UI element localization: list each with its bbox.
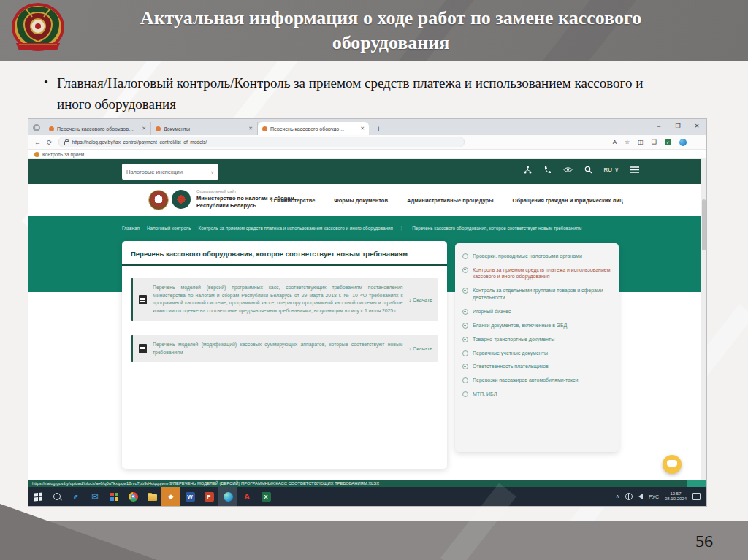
taskbar-word-icon[interactable]: W bbox=[180, 487, 199, 506]
tab-label: Перечень кассового оборудо… bbox=[270, 126, 357, 131]
sidebar-item-document-forms[interactable]: Бланки документов, включенные в ЭБД bbox=[462, 322, 611, 329]
action-center-icon[interactable] bbox=[692, 493, 701, 500]
circle-minus-icon bbox=[462, 391, 468, 397]
menu-hamburger-icon[interactable] bbox=[630, 166, 639, 173]
download-description: Перечень моделей (версий) программных ка… bbox=[153, 284, 402, 315]
topbar-icons: RU ∨ bbox=[524, 166, 639, 174]
download-link[interactable]: ↓ Скачать bbox=[408, 296, 432, 303]
status-link-url: https://nalog.gov.by/upload/iblock/ae6/q… bbox=[28, 480, 706, 486]
sidebar-item-goods-groups[interactable]: Контроль за отдельными группами товаров … bbox=[462, 287, 611, 301]
favorite-star-icon[interactable]: ☆ bbox=[625, 139, 630, 145]
edge-icon bbox=[224, 492, 233, 502]
bookmark-item[interactable]: Контроль за прием... bbox=[42, 152, 88, 157]
sidebar-item-gambling[interactable]: Игорный бизнес bbox=[462, 308, 611, 315]
taskbar-explorer-icon[interactable] bbox=[142, 487, 161, 506]
lock-icon bbox=[64, 141, 69, 145]
ministry-emblem-logo bbox=[10, 2, 66, 59]
browser-profile-icon[interactable] bbox=[33, 124, 40, 131]
sidebar-item-liability[interactable]: Ответственность плательщиков bbox=[462, 363, 611, 369]
bullet-marker: • bbox=[44, 73, 48, 92]
taskbar-ie-icon[interactable]: e bbox=[66, 487, 85, 506]
windows-taskbar: e ✉ ◆ W P bbox=[28, 487, 706, 506]
circle-minus-icon bbox=[462, 364, 468, 369]
chat-widget-button[interactable] bbox=[663, 455, 682, 474]
restore-button[interactable]: ❐ bbox=[668, 119, 687, 132]
sidebar-item-label: Контроль за приемом средств платежа и ис… bbox=[473, 266, 611, 280]
taskbar-excel-icon[interactable]: X bbox=[256, 487, 275, 506]
taskbar-mail-icon[interactable]: ✉ bbox=[85, 487, 104, 506]
tab-close-icon[interactable]: ✕ bbox=[360, 126, 365, 131]
browser-tab-1[interactable]: Перечень кассового оборудов… ✕ bbox=[45, 122, 151, 135]
taskbar-powerpoint-icon[interactable]: P bbox=[199, 487, 218, 506]
scrollbar-thumb[interactable] bbox=[702, 199, 706, 250]
region-dropdown-value: Налоговые инспекции bbox=[126, 169, 183, 175]
browser-tab-3-active[interactable]: Перечень кассового оборудо… ✕ bbox=[258, 122, 369, 135]
download-link[interactable]: ↓ Скачать bbox=[408, 345, 432, 352]
nav-item-forms[interactable]: Формы документов bbox=[334, 197, 388, 204]
extension-icon[interactable]: ✓ bbox=[665, 139, 671, 145]
circle-minus-icon bbox=[462, 253, 468, 259]
sidebar-item-transport-documents[interactable]: Товарно-транспортные документы bbox=[462, 336, 611, 342]
taskbar-active-app-icon[interactable]: ◆ bbox=[161, 487, 180, 506]
circle-minus-icon bbox=[462, 350, 468, 356]
excel-icon: X bbox=[262, 492, 271, 502]
back-button[interactable]: ← bbox=[34, 139, 41, 146]
start-button[interactable] bbox=[28, 487, 47, 506]
breadcrumb-tax-control[interactable]: Налоговый контроль bbox=[147, 226, 191, 231]
eye-icon[interactable] bbox=[563, 166, 573, 173]
speaker-icon[interactable] bbox=[638, 494, 643, 499]
region-dropdown[interactable]: Налоговые инспекции ∨ bbox=[122, 164, 218, 180]
collections-icon[interactable]: ❏ bbox=[652, 139, 657, 145]
tab-favicon-icon bbox=[262, 126, 267, 131]
browser-tab-2[interactable]: Документы ✕ bbox=[151, 122, 258, 135]
more-menu-icon[interactable]: ⋯ bbox=[695, 139, 701, 145]
sidebar-item-label: Проверки, проводимые налоговыми органами bbox=[473, 253, 582, 259]
breadcrumb-home[interactable]: Главная bbox=[122, 226, 140, 231]
refresh-button[interactable]: ⟳ bbox=[47, 139, 53, 146]
sidebar-item-mtp[interactable]: МТП, ИБЛ bbox=[462, 391, 611, 397]
tray-clock[interactable]: 12:57 08.10.2024 bbox=[665, 491, 687, 502]
close-button[interactable]: ✕ bbox=[687, 119, 706, 132]
file-document-icon bbox=[139, 295, 147, 304]
main-content-card: Перечень кассового оборудования, которое… bbox=[122, 241, 447, 469]
sidebar-item-primary-documents[interactable]: Первичные учетные документы bbox=[462, 350, 611, 356]
nav-item-appeals[interactable]: Обращения граждан и юридических лиц bbox=[513, 197, 623, 204]
keyboard-language[interactable]: РУС bbox=[649, 494, 659, 499]
profile-avatar-icon[interactable] bbox=[679, 139, 687, 146]
search-icon[interactable] bbox=[584, 166, 592, 174]
browser-tab-strip: Перечень кассового оборудов… ✕ Документы… bbox=[28, 119, 706, 135]
tab-close-icon[interactable]: ✕ bbox=[248, 126, 253, 131]
taskbar-chrome-icon[interactable] bbox=[123, 487, 142, 506]
minimize-button[interactable]: – bbox=[649, 119, 668, 132]
network-globe-icon[interactable] bbox=[625, 493, 633, 500]
taskbar-store-icon[interactable] bbox=[104, 487, 123, 506]
taskbar-acrobat-icon[interactable]: A bbox=[237, 487, 256, 506]
ministry-badge-icon bbox=[172, 190, 191, 209]
tray-chevron-up-icon[interactable]: ∧ bbox=[616, 494, 619, 499]
sidebar-item-payment-control-active[interactable]: Контроль за приемом средств платежа и ис… bbox=[462, 266, 611, 280]
nav-item-about[interactable]: О министерстве bbox=[271, 197, 315, 204]
read-aloud-icon[interactable]: A bbox=[613, 139, 617, 145]
word-icon: W bbox=[186, 492, 195, 502]
tab-close-icon[interactable]: ✕ bbox=[142, 126, 146, 131]
taskbar-edge-active-icon[interactable] bbox=[218, 487, 237, 506]
new-tab-button[interactable]: + bbox=[376, 124, 381, 133]
taskbar-search-button[interactable] bbox=[47, 487, 66, 506]
split-screen-icon[interactable]: ◫ bbox=[638, 139, 644, 145]
language-selector[interactable]: RU ∨ bbox=[604, 166, 619, 173]
presentation-slide: Актуальная информация о ходе работ по за… bbox=[0, 0, 748, 560]
breadcrumb-payment-control[interactable]: Контроль за приемом средств платежа и ис… bbox=[199, 226, 393, 231]
state-emblem-icon bbox=[148, 190, 169, 210]
sidebar-item-taxi[interactable]: Перевозки пассажиров автомобилями-такси bbox=[462, 377, 611, 383]
phone-icon[interactable] bbox=[543, 166, 552, 174]
sitemap-icon[interactable] bbox=[524, 166, 532, 174]
breadcrumb: Главная Налоговый контроль Контроль за п… bbox=[122, 226, 655, 232]
page-scrollbar[interactable] bbox=[701, 159, 706, 488]
powerpoint-icon: P bbox=[205, 492, 214, 502]
nav-item-admin-procedures[interactable]: Административные процедуры bbox=[407, 197, 494, 204]
heading-divider bbox=[122, 264, 447, 266]
address-bar[interactable]: https://nalog.gov.by/tax_control/payment… bbox=[58, 137, 465, 147]
site-top-bar: Налоговые инспекции ∨ bbox=[28, 159, 706, 184]
sidebar-item-inspections[interactable]: Проверки, проводимые налоговыми органами bbox=[462, 253, 611, 259]
sidebar-item-label: Контроль за отдельными группами товаров … bbox=[473, 287, 611, 301]
